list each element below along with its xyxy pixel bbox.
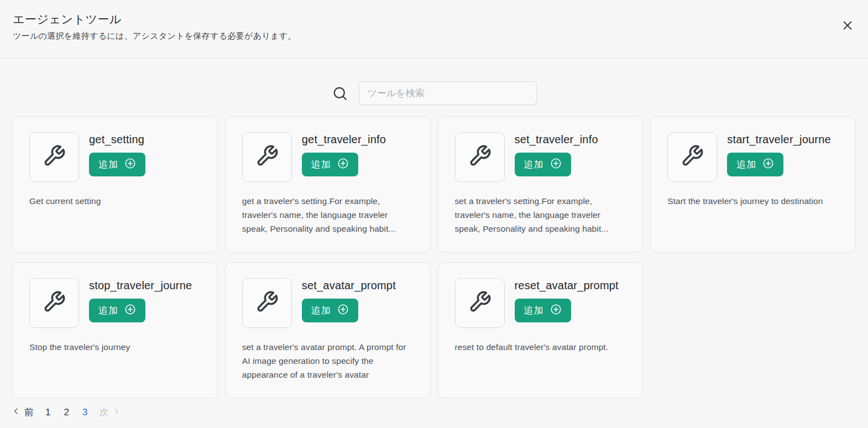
tool-name: get_traveler_info	[302, 133, 414, 146]
add-tool-button[interactable]: 追加	[89, 299, 145, 322]
tool-description: Get current setting	[29, 194, 201, 208]
tool-icon-tile	[242, 278, 292, 328]
add-tool-button[interactable]: 追加	[89, 153, 145, 176]
tool-name: stop_traveler_journe	[89, 279, 201, 292]
tool-description: get a traveler's setting.For example, tr…	[242, 194, 414, 236]
pagination-page-3-current[interactable]: 3	[81, 407, 89, 418]
modal-header: エージェントツール ツールの選択を維持するには、アシスタントを保存する必要があり…	[0, 0, 868, 58]
tool-card-top: get_setting 追加	[29, 132, 201, 182]
tool-icon-tile	[455, 278, 505, 328]
tool-description: set a traveler's avatar prompt. A prompt…	[242, 340, 414, 382]
tools-grid: get_setting 追加 Get current setting get_t…	[12, 116, 856, 399]
tool-card-top: set_traveler_info 追加	[455, 132, 626, 182]
add-button-label: 追加	[98, 304, 118, 317]
tool-icon-tile	[667, 132, 717, 182]
plus-circle-icon	[337, 304, 349, 318]
tool-card: start_traveler_journe 追加 Start the trave…	[650, 116, 856, 253]
chevron-left-icon	[12, 407, 20, 418]
pagination-page-1[interactable]: 1	[44, 407, 52, 418]
tool-card: set_traveler_info 追加 set a traveler's se…	[438, 116, 644, 253]
tool-head: set_traveler_info 追加	[515, 132, 626, 182]
page-subtitle: ツールの選択を維持するには、アシスタントを保存する必要があります。	[13, 31, 855, 41]
tool-description: set a traveler's setting.For example, tr…	[455, 194, 626, 236]
search-icon	[332, 85, 348, 102]
tool-card-top: set_avatar_prompt 追加	[242, 278, 414, 328]
plus-circle-icon	[550, 304, 562, 318]
pagination-next-button[interactable]: 次	[99, 406, 121, 419]
search-row	[0, 81, 868, 105]
tool-icon-tile	[455, 132, 505, 182]
pagination-page-2[interactable]: 2	[62, 407, 70, 418]
tool-card-top: stop_traveler_journe 追加	[29, 278, 201, 328]
tool-description: reset to default traveler's avatar promp…	[455, 340, 626, 354]
search-input[interactable]	[359, 81, 537, 105]
tool-name: set_avatar_prompt	[302, 279, 414, 292]
tool-head: get_setting 追加	[89, 132, 201, 182]
wrench-icon	[43, 144, 66, 170]
pagination-prev-label: 前	[24, 406, 34, 419]
add-tool-button[interactable]: 追加	[727, 153, 783, 176]
tool-icon-tile	[29, 278, 79, 328]
tool-description: Start the traveler's journey to destinat…	[667, 194, 839, 208]
tool-name: get_setting	[89, 133, 201, 146]
wrench-icon	[468, 144, 491, 170]
wrench-icon	[43, 290, 66, 316]
pagination-next-label: 次	[99, 406, 108, 419]
tool-icon-tile	[29, 132, 79, 182]
add-button-label: 追加	[311, 304, 331, 317]
tool-card-top: reset_avatar_prompt 追加	[455, 278, 626, 328]
tool-head: start_traveler_journe 追加	[727, 132, 839, 182]
tool-description: Stop the traveler's journey	[29, 340, 201, 354]
add-tool-button[interactable]: 追加	[515, 153, 571, 176]
tool-card: get_traveler_info 追加 get a traveler's se…	[225, 116, 431, 253]
tool-name: set_traveler_info	[515, 133, 626, 146]
add-tool-button[interactable]: 追加	[302, 299, 358, 322]
wrench-icon	[255, 144, 279, 170]
tool-head: stop_traveler_journe 追加	[89, 278, 201, 328]
pagination-prev-button[interactable]: 前	[12, 406, 34, 419]
tool-head: set_avatar_prompt 追加	[302, 278, 414, 328]
close-icon	[841, 19, 854, 33]
tool-name: reset_avatar_prompt	[515, 279, 626, 292]
tool-head: reset_avatar_prompt 追加	[515, 278, 626, 328]
wrench-icon	[468, 290, 491, 316]
wrench-icon	[255, 290, 279, 316]
tool-name: start_traveler_journe	[727, 133, 839, 146]
chevron-right-icon	[112, 407, 121, 418]
add-tool-button[interactable]: 追加	[302, 153, 358, 176]
tool-card: stop_traveler_journe 追加 Stop the travele…	[12, 262, 218, 399]
tool-card: get_setting 追加 Get current setting	[12, 116, 218, 253]
add-tool-button[interactable]: 追加	[515, 299, 571, 322]
tool-card: set_avatar_prompt 追加 set a traveler's av…	[225, 262, 431, 399]
wrench-icon	[681, 144, 704, 170]
pagination: 前 1 2 3 次	[12, 406, 856, 419]
tool-card-top: start_traveler_journe 追加	[667, 132, 839, 182]
add-button-label: 追加	[311, 158, 331, 171]
plus-circle-icon	[762, 158, 774, 172]
add-button-label: 追加	[98, 158, 118, 171]
tool-head: get_traveler_info 追加	[302, 132, 414, 182]
plus-circle-icon	[337, 158, 349, 172]
tool-card: reset_avatar_prompt 追加 reset to default …	[438, 262, 644, 399]
add-button-label: 追加	[524, 158, 544, 171]
close-button[interactable]	[840, 19, 855, 33]
tool-card-top: get_traveler_info 追加	[242, 132, 414, 182]
plus-circle-icon	[124, 158, 136, 172]
tool-icon-tile	[242, 132, 292, 182]
add-button-label: 追加	[524, 304, 544, 317]
plus-circle-icon	[550, 158, 562, 172]
add-button-label: 追加	[736, 158, 756, 171]
page-title: エージェントツール	[13, 12, 855, 27]
plus-circle-icon	[124, 304, 136, 318]
